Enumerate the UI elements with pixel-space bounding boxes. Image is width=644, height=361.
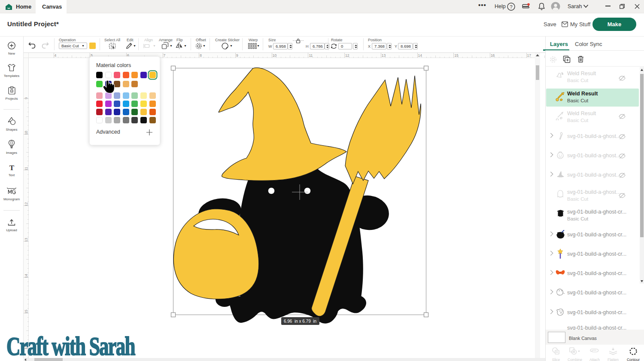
svg-text:T: T (9, 164, 14, 171)
svg-text:?: ? (510, 4, 512, 9)
svg-text:6.96 in x 6.79 in: 6.96 in x 6.79 in (284, 319, 316, 324)
